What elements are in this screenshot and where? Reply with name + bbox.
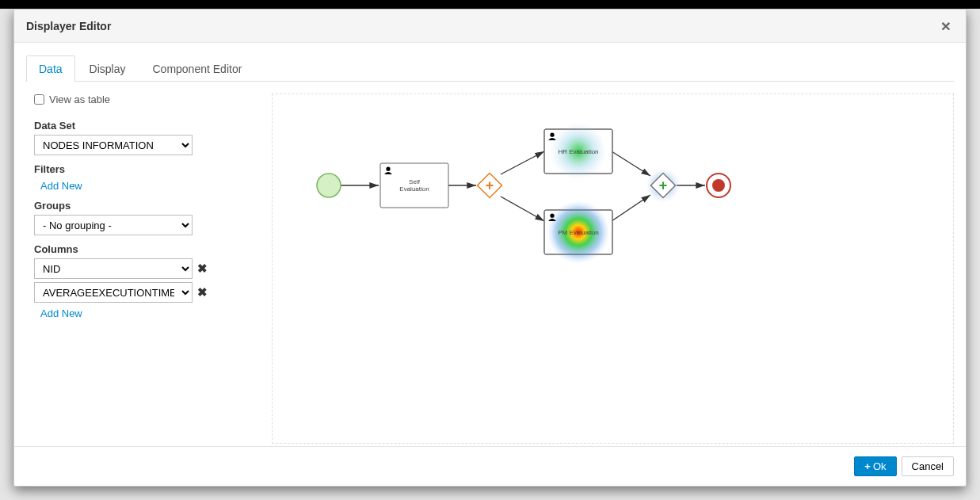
cancel-button[interactable]: Cancel	[902, 456, 954, 476]
tab-display[interactable]: Display	[77, 55, 139, 82]
tab-component-editor[interactable]: Component Editor	[139, 55, 254, 82]
remove-column-2-icon[interactable]: ✖	[197, 285, 208, 300]
displayer-editor-modal: Displayer Editor × Data Display Componen…	[13, 9, 967, 487]
data-settings-panel: View as table Data Set NODES INFORMATION…	[26, 94, 256, 444]
gateway-merge-icon: +	[646, 168, 681, 203]
column-row-1: NID ✖	[34, 258, 256, 279]
data-set-label: Data Set	[34, 120, 256, 132]
filters-label: Filters	[34, 163, 256, 175]
column-select-1[interactable]: NID	[34, 258, 193, 279]
edge-hr-merge	[612, 151, 650, 176]
plus-icon: +	[864, 460, 871, 472]
task-hr-label: HR Evaluation	[558, 148, 598, 155]
svg-point-7	[550, 133, 554, 137]
modal-body: Data Display Component Editor View as ta…	[14, 43, 966, 446]
diagram-preview: SelfEvaluation +	[272, 94, 954, 444]
edge-gateway-pm	[501, 197, 544, 221]
start-event-icon	[317, 174, 341, 197]
task-self-evaluation: SelfEvaluation	[380, 163, 448, 208]
task-pm-evaluation: PM Evaluation	[544, 200, 612, 264]
gateway-split-icon: +	[477, 173, 501, 197]
view-as-table-row: View as table	[34, 94, 256, 105]
end-event-icon	[707, 174, 730, 197]
svg-point-11	[550, 214, 554, 218]
svg-text:+: +	[486, 177, 494, 193]
modal-title: Displayer Editor	[26, 20, 111, 32]
svg-point-1	[386, 167, 390, 171]
view-as-table-checkbox[interactable]	[34, 94, 44, 105]
groups-select[interactable]: - No grouping -	[34, 215, 193, 235]
remove-column-1-icon[interactable]: ✖	[197, 261, 208, 276]
ok-button[interactable]: +Ok	[854, 456, 896, 476]
modal-header: Displayer Editor ×	[14, 10, 966, 43]
column-select-2[interactable]: AVERAGEEXECUTIONTIME	[34, 282, 193, 303]
view-as-table-label: View as table	[49, 94, 110, 105]
groups-label: Groups	[34, 200, 256, 212]
svg-text:+: +	[659, 177, 668, 193]
close-button[interactable]: ×	[938, 17, 954, 34]
task-pm-label: PM Evaluation	[558, 229, 599, 236]
filters-add-new[interactable]: Add New	[34, 180, 82, 192]
columns-label: Columns	[34, 243, 256, 255]
bpmn-heatmap-svg: SelfEvaluation +	[273, 94, 938, 443]
data-set-select[interactable]: NODES INFORMATION	[34, 135, 193, 155]
task-hr-evaluation: HR Evaluation	[544, 123, 612, 180]
tab-list: Data Display Component Editor	[26, 55, 954, 82]
svg-point-16	[712, 179, 725, 192]
tab-data[interactable]: Data	[26, 55, 75, 82]
edge-pm-merge	[612, 195, 650, 221]
columns-add-new[interactable]: Add New	[34, 307, 82, 319]
modal-footer: +Ok Cancel	[14, 446, 966, 486]
tab-content: View as table Data Set NODES INFORMATION…	[26, 94, 954, 444]
edge-gateway-hr	[501, 151, 544, 174]
column-row-2: AVERAGEEXECUTIONTIME ✖	[34, 282, 256, 303]
